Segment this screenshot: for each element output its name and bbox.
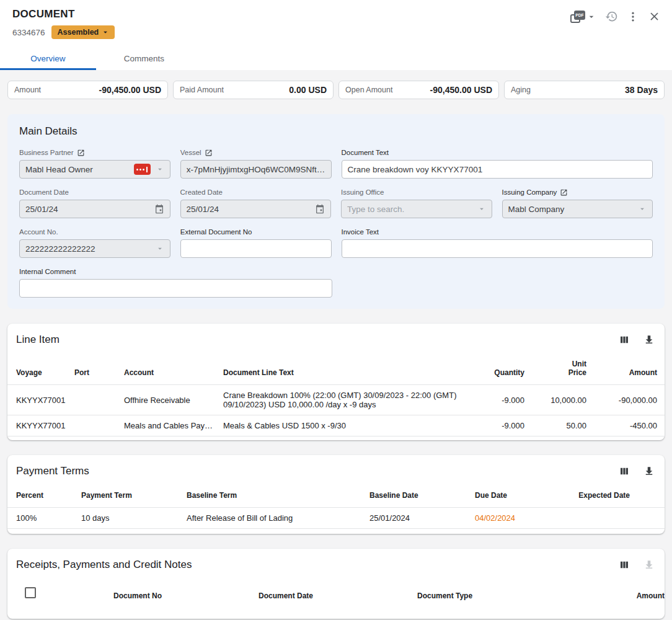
invoice-text-input[interactable] <box>342 239 653 258</box>
close-icon <box>648 10 661 23</box>
issuing-office-field: Issuing Office Type to search. <box>341 188 492 218</box>
document-date-field: Document Date 25/01/24 <box>19 188 170 218</box>
aging-card: Aging 38 Days <box>504 81 665 99</box>
chevron-down-icon <box>101 28 110 37</box>
column-settings-button[interactable] <box>619 559 630 570</box>
paid-amount-card: Paid Amount 0.00 USD <box>173 81 334 99</box>
line-item-table: Voyage Port Account Document Line Text Q… <box>7 348 665 436</box>
document-date-input: 25/01/24 <box>19 200 170 218</box>
columns-icon <box>619 559 630 570</box>
payment-terms-section: Payment Terms <box>7 455 665 534</box>
tab-comments[interactable]: Comments <box>96 48 192 70</box>
vessel-field: Vessel x-7pMnHjyjimtxgHOq6WC0M9SNft… <box>180 148 332 179</box>
document-window: DOCUMENT 6334676 Assembled PDF <box>0 0 672 619</box>
line-item-section: Line Item <box>7 324 665 440</box>
calendar-icon <box>154 204 164 214</box>
summary-cards: Amount -90,450.00 USD Paid Amount 0.00 U… <box>7 81 665 99</box>
line-item-row[interactable]: KKYYX77001 Meals and Cables Pay… Meals &… <box>7 415 665 436</box>
columns-icon <box>619 466 630 477</box>
receipts-section: Receipts, Payments and Credit Notes <box>7 549 665 619</box>
receipts-header-row: Document No Document Date Document Type … <box>7 574 665 613</box>
chevron-down-icon <box>638 205 647 213</box>
external-link-icon[interactable] <box>77 149 85 157</box>
download-button[interactable] <box>643 466 655 477</box>
select-all-checkbox[interactable] <box>25 587 36 598</box>
download-button[interactable] <box>643 334 655 345</box>
download-button-disabled <box>643 559 655 570</box>
account-no-field: Account No. 222222222222222 <box>19 228 170 258</box>
payment-terms-table: Percent Payment Term Baseline Term Basel… <box>7 480 665 529</box>
main-details-section: Main Details Business Partner Mabl Head … <box>7 114 665 309</box>
page-title: DOCUMENT <box>12 8 660 20</box>
line-item-row[interactable]: KKYYX77001 Offhire Receivable Crane Brea… <box>7 385 665 415</box>
external-link-icon[interactable] <box>205 149 213 157</box>
payment-terms-header-row: Percent Payment Term Baseline Term Basel… <box>7 480 665 508</box>
calendar-icon <box>315 204 325 214</box>
column-settings-button[interactable] <box>619 334 630 345</box>
download-icon <box>643 466 655 477</box>
business-partner-field: Business Partner Mabl Head Owner <box>19 148 170 179</box>
download-icon <box>643 559 655 570</box>
open-amount-card: Open Amount -90,450.00 USD <box>338 81 499 99</box>
column-settings-button[interactable] <box>619 466 630 477</box>
kebab-menu-icon <box>627 11 639 23</box>
chevron-down-icon <box>586 12 596 22</box>
section-title: Receipts, Payments and Credit Notes <box>16 559 192 571</box>
section-title: Payment Terms <box>16 465 89 477</box>
columns-icon <box>619 334 630 345</box>
history-button[interactable] <box>605 10 618 23</box>
status-label: Assembled <box>58 28 99 37</box>
external-document-no-field: External Document No <box>180 228 332 258</box>
external-link-icon[interactable] <box>560 188 568 197</box>
line-item-header-row: Voyage Port Account Document Line Text Q… <box>7 348 665 385</box>
receipts-table: Document No Document Date Document Type … <box>7 574 665 613</box>
issuing-company-select: Mabl Company <box>502 200 653 218</box>
tab-overview[interactable]: Overview <box>0 48 96 70</box>
invoice-text-field: Invoice Text <box>342 228 653 258</box>
tab-bar: Overview Comments <box>0 48 672 70</box>
chevron-down-icon <box>156 165 164 174</box>
document-text-input[interactable] <box>342 160 653 179</box>
status-badge[interactable]: Assembled <box>51 25 115 39</box>
issuing-office-select: Type to search. <box>341 200 492 218</box>
download-icon <box>643 334 655 345</box>
header: DOCUMENT 6334676 Assembled PDF <box>0 0 672 70</box>
close-button[interactable] <box>648 10 661 23</box>
account-no-select: 222222222222222 <box>19 239 170 258</box>
export-pdf-button[interactable]: PDF <box>570 11 596 23</box>
chevron-down-icon <box>156 244 164 253</box>
created-date-field: Created Date 25/01/24 <box>180 188 332 218</box>
internal-comment-field: Internal Comment <box>19 267 332 298</box>
more-menu-button[interactable] <box>627 11 639 23</box>
payment-term-row[interactable]: 100% 10 days After Release of Bill of La… <box>7 508 665 529</box>
document-number: 6334676 <box>12 28 45 37</box>
created-date-input: 25/01/24 <box>180 200 332 218</box>
pdf-icon: PDF <box>570 11 585 23</box>
partner-details-chip[interactable] <box>134 164 151 175</box>
section-title: Line Item <box>16 334 60 346</box>
section-title: Main Details <box>19 125 653 138</box>
vessel-input: x-7pMnHjyjimtxgHOq6WC0M9SNft… <box>180 160 332 179</box>
chevron-down-icon <box>477 205 486 213</box>
due-date-value: 04/02/2024 <box>475 508 564 529</box>
internal-comment-input[interactable] <box>19 279 332 298</box>
document-text-field: Document Text <box>342 148 653 179</box>
history-icon <box>605 10 618 23</box>
amount-card: Amount -90,450.00 USD <box>7 81 168 99</box>
issuing-company-field: Issuing Company Mabl Company <box>502 188 653 218</box>
business-partner-select: Mabl Head Owner <box>19 160 170 179</box>
external-document-no-input[interactable] <box>180 239 332 258</box>
